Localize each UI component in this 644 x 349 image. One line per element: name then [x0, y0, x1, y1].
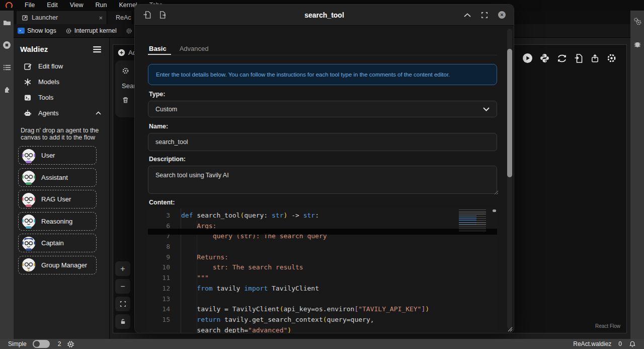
- lock-open-icon: [120, 318, 126, 325]
- status-bar: Simple 2 ReAct.waldiez 0: [0, 339, 644, 349]
- code-line[interactable]: def search_tool(query: str) -> str:: [181, 211, 497, 221]
- simple-mode-toggle[interactable]: [33, 340, 50, 348]
- tab-basic[interactable]: Basic: [149, 45, 167, 52]
- restart-gear-icon: [126, 28, 132, 34]
- kernel-chip-icon[interactable]: [67, 340, 74, 348]
- fit-view-button[interactable]: [115, 297, 130, 311]
- active-line-band: [148, 229, 497, 235]
- property-inspector-icon[interactable]: [633, 17, 641, 25]
- agent-card-user[interactable]: User: [18, 146, 97, 165]
- textarea-resize-handle[interactable]: [494, 190, 499, 195]
- application-window: File Edit View Run Kernel Tabs Launcher …: [0, 0, 644, 349]
- type-select[interactable]: Custom: [148, 101, 497, 117]
- convert-icon[interactable]: [556, 53, 568, 63]
- code-line[interactable]: str: The search results: [181, 262, 497, 273]
- tab-advanced[interactable]: Advanced: [180, 45, 209, 52]
- code-line[interactable]: """: [181, 273, 497, 284]
- export-share-icon[interactable]: [590, 53, 600, 63]
- line-number: 8: [148, 242, 177, 252]
- minimap[interactable]: [459, 210, 491, 233]
- code-line[interactable]: return tavily.get_search_context(query=q…: [181, 315, 497, 325]
- user-avatar: [21, 148, 36, 163]
- collapse-chevron-icon[interactable]: [464, 13, 471, 17]
- folder-icon[interactable]: [3, 19, 11, 27]
- code-line[interactable]: tavily = TavilyClient(api_key=os.environ…: [181, 304, 497, 315]
- export-tool-icon[interactable]: [158, 11, 167, 19]
- run-flow-icon[interactable]: [522, 53, 533, 63]
- zoom-in-button[interactable]: +: [115, 261, 130, 276]
- modal-resize-handle[interactable]: [506, 325, 513, 332]
- line-number: 10: [148, 262, 177, 273]
- code-line[interactable]: [181, 294, 497, 305]
- code-editor[interactable]: 36789101112131415 def search_tool(query:…: [148, 208, 497, 333]
- chevron-up-icon[interactable]: [96, 111, 101, 115]
- menu-edit[interactable]: Edit: [41, 0, 64, 11]
- line-number: [148, 325, 177, 333]
- bell-icon[interactable]: [629, 340, 636, 348]
- trash-icon[interactable]: [122, 96, 129, 104]
- settings-gear-icon[interactable]: [606, 53, 617, 63]
- notification-count: 0: [618, 340, 622, 347]
- group-manager-avatar: [21, 257, 36, 272]
- editor-scrollbar-thumb[interactable]: [493, 210, 496, 212]
- code-line[interactable]: from tavily import TavilyClient: [181, 284, 497, 294]
- type-select-value: Custom: [155, 106, 177, 113]
- name-input[interactable]: [148, 133, 497, 151]
- agent-card-rag-user[interactable]: RAG User: [18, 190, 97, 208]
- menu-run[interactable]: Run: [90, 0, 113, 11]
- agent-label: User: [41, 152, 55, 159]
- kernel-count: 2: [58, 340, 61, 347]
- agent-label: Group Manager: [41, 261, 87, 269]
- lock-button[interactable]: [115, 314, 130, 329]
- interrupt-kernel-button[interactable]: Interrupt kernel: [65, 27, 117, 34]
- extensions-puzzle-icon[interactable]: [3, 86, 11, 94]
- flow-toolbar: [522, 53, 617, 63]
- description-textarea[interactable]: Search tool using Tavily AI: [148, 166, 497, 194]
- agent-card-assistant[interactable]: Assistant: [18, 168, 97, 187]
- sidebar-item-agents[interactable]: Agents: [14, 105, 109, 121]
- sidebar-item-tools[interactable]: Tools: [14, 90, 109, 105]
- tool-edit-modal: search_tool × Basic Advanced Enter the t…: [134, 4, 514, 333]
- modal-scrollbar-track[interactable]: [507, 29, 512, 329]
- zoom-out-button[interactable]: −: [115, 279, 130, 294]
- running-kernels-icon[interactable]: [3, 41, 11, 49]
- code-line[interactable]: search_depth="advanced"): [181, 325, 497, 333]
- import-tool-icon[interactable]: [143, 11, 151, 19]
- agent-label: Assistant: [41, 174, 68, 181]
- name-label: Name:: [149, 123, 168, 130]
- sidebar-item-edit-flow[interactable]: Edit flow: [14, 58, 109, 74]
- editor-code[interactable]: def search_tool(query: str) -> str: Args…: [181, 208, 497, 333]
- close-modal-icon[interactable]: ×: [498, 11, 506, 19]
- gear-icon[interactable]: [122, 67, 129, 75]
- hamburger-menu-icon[interactable]: [93, 46, 101, 53]
- tab-close-icon[interactable]: ×: [99, 15, 103, 21]
- menu-file[interactable]: File: [19, 0, 41, 11]
- modal-title: search_tool: [135, 11, 514, 19]
- fullscreen-icon[interactable]: [481, 12, 488, 19]
- tab-launcher[interactable]: Launcher ×: [17, 11, 107, 24]
- agent-card-captain[interactable]: Captain: [18, 234, 97, 252]
- modal-scrollbar-thumb[interactable]: [507, 49, 512, 177]
- table-of-contents-icon[interactable]: [3, 63, 11, 72]
- sidebar-item-models[interactable]: Models: [14, 74, 109, 90]
- react-flow-attribution[interactable]: React Flow: [595, 323, 620, 329]
- agent-card-reasoning[interactable]: Reasoning: [18, 212, 97, 231]
- toggle-knob: [34, 341, 40, 347]
- debugger-bug-icon[interactable]: [633, 40, 641, 48]
- show-logs-button[interactable]: >_ Show logs: [18, 27, 56, 34]
- menu-view[interactable]: View: [64, 0, 90, 11]
- code-line[interactable]: Returns:: [181, 252, 497, 263]
- flow-controls: + −: [115, 261, 130, 329]
- reasoning-avatar: [21, 214, 36, 229]
- agent-card-group-manager[interactable]: Group Manager: [18, 256, 97, 274]
- modal-tabs: Basic Advanced: [149, 45, 209, 52]
- current-file-label[interactable]: ReAct.waldiez: [573, 340, 611, 347]
- tab-react-waldiez[interactable]: ReAc: [107, 11, 132, 24]
- agent-label: Captain: [41, 239, 64, 247]
- modal-header[interactable]: search_tool ×: [135, 5, 514, 26]
- python-export-icon[interactable]: [539, 53, 550, 63]
- code-line[interactable]: [181, 242, 497, 252]
- sidebar-item-label: Models: [38, 78, 59, 86]
- chevron-down-icon: [483, 107, 490, 111]
- import-flow-icon[interactable]: [574, 53, 584, 63]
